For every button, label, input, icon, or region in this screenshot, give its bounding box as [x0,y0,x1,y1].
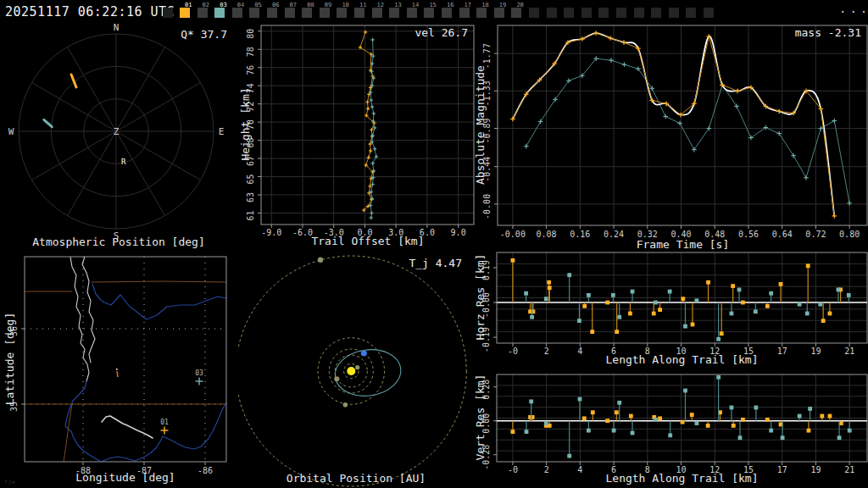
station-indicator-08[interactable] [302,8,312,18]
trail-series-teal [369,38,378,220]
station-indicator-05[interactable] [249,8,259,18]
svg-text:R: R [121,158,126,166]
map-station-03: 03 [195,369,203,385]
station-id: 19 [499,2,506,8]
station-indicator-empty[interactable] [616,8,626,18]
svg-text:78: 78 [246,47,255,57]
svg-text:61: 61 [246,210,255,220]
absolute-magnitude-plot: -0.000.080.160.240.320.400.480.560.640.7… [482,25,867,239]
svg-text:Z: Z [114,126,120,137]
station-id: 20 [516,2,523,8]
station-indicator-empty[interactable] [669,8,679,18]
station-indicator-empty[interactable] [686,8,696,18]
station-indicator-19[interactable] [494,8,504,18]
trail-xaxis-label: Trail Offset [km] [261,235,475,247]
station-indicator-10[interactable] [337,8,347,18]
tisserand-badge: T_j 4.47 [359,257,462,269]
horz-res-yaxis-label: Horz Res [km] [474,238,487,357]
map-xaxis-label: Longitude [deg] [25,471,226,484]
station-id: 10 [342,2,348,8]
station-indicator-20[interactable] [511,8,521,18]
station-indicator-empty[interactable] [163,8,173,18]
station-id: 14 [412,2,419,8]
station-indicator-14[interactable] [407,8,417,18]
horz-res-plot-stems-orange [511,258,843,336]
station-indicator-02[interactable] [198,8,208,18]
dashboard: NSEWZR-9.0-6.0-3.00.03.06.09.08078767472… [0,0,868,488]
sun [347,367,355,375]
station-indicator-empty[interactable] [634,8,644,18]
atmospheric-position-plot: NSEWZR [8,22,225,241]
svg-text:N: N [114,22,120,33]
station-indicator-empty[interactable] [547,8,557,18]
station-indicator-13[interactable] [389,8,399,18]
ground-map-plot: 0103-88-87-863635 [9,257,226,475]
station-id: 18 [481,2,488,8]
mag-xaxis-label: Frame Time [s] [498,238,868,251]
velocity-badge: vel 26.7 [371,26,468,39]
station-indicator-12[interactable] [372,8,382,18]
station-id: 01 [185,2,192,8]
svg-text:01: 01 [160,419,169,426]
border-ms-al [64,404,72,462]
station-indicator-empty[interactable] [651,8,661,18]
station-id: 11 [359,2,366,8]
station-indicator-01[interactable] [180,8,190,18]
station-indicator-09[interactable] [320,8,330,18]
river-white-b [82,257,95,363]
utc-timestamp: 20251117 06:22:16 UTC [5,4,175,19]
map-station-01: 01 [160,419,169,435]
svg-text:E: E [219,126,225,137]
station-indicator-07[interactable] [285,8,295,18]
orbital-position-plot [236,256,466,486]
station-id: 07 [290,2,297,8]
mag-yaxis-label: Absolute Magnitude [474,49,487,202]
overflow-menu[interactable]: ... [839,2,868,15]
trail-offset-plot: -9.0-6.0-3.00.03.06.09.08078767472706867… [246,25,474,237]
vert-res-yaxis-label: Vert Res [km] [474,358,487,477]
station-id: 05 [254,2,261,8]
station-indicator-empty[interactable] [704,8,714,18]
vert-res-xaxis-label: Length Along Trail [km] [497,472,867,485]
station-id: 04 [237,2,244,8]
station-indicator-15[interactable] [424,8,434,18]
station-indicator-06[interactable] [267,8,277,18]
watermark: rjw [4,479,15,485]
station-indicator-empty[interactable] [564,8,574,18]
station-indicator-04[interactable] [232,8,242,18]
station-id: 06 [272,2,279,8]
mag-series-orange [510,30,837,219]
station-indicator-empty[interactable] [598,8,609,18]
station-indicator-16[interactable] [442,8,452,18]
station-indicator-empty[interactable] [529,8,539,18]
mag-fit-curve [513,33,834,216]
planet-mercury [355,365,359,369]
polar-plot-title: Atmospheric Position [deg] [0,236,237,248]
river-blue-south [101,402,226,462]
vert-res-plot-stems-teal [525,375,852,458]
river-blue-north [92,284,226,319]
border-ky-east [92,281,226,282]
station-id: 08 [307,2,314,8]
map-features [25,257,226,462]
planet-mars [343,402,348,408]
mag-series-teal [524,56,852,205]
planet-venus [334,376,339,381]
station-indicator-17[interactable] [459,8,470,18]
station-id: 13 [394,2,401,8]
map-yaxis-label: Latitude [deg] [3,300,16,419]
station-id: 02 [203,2,209,8]
station-indicator-03[interactable] [214,8,225,18]
vert-res-plot: -024681012151719210.280.00-0.28 [481,374,867,474]
station-indicator-18[interactable] [476,8,487,18]
mass-badge: mass -2.31 [743,26,861,39]
svg-text:03: 03 [195,369,203,377]
station-indicator-empty[interactable] [581,8,592,18]
svg-text:63: 63 [246,192,255,202]
station-indicator-11[interactable] [354,8,364,18]
river-white-a [70,257,89,381]
orbit-plot-title: Orbital Position [AU] [240,472,472,485]
polar-trail-teal [44,119,52,126]
svg-text:80: 80 [246,29,255,39]
station-id: 17 [465,2,471,8]
